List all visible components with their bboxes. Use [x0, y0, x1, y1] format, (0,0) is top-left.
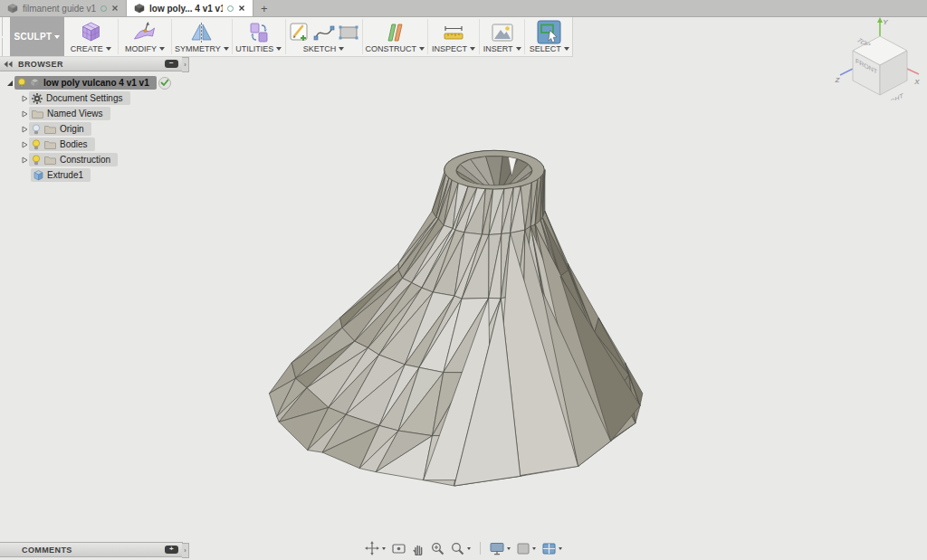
navbar-separator — [480, 542, 481, 555]
tree-row-root[interactable]: low poly vulcano 4 v1 v1 — [0, 75, 194, 90]
rectangle-tool-icon — [338, 22, 359, 43]
collapsed-triangle-icon[interactable] — [20, 157, 29, 164]
tree-row-construction[interactable]: Construction — [0, 152, 194, 167]
orbit-icon — [365, 541, 379, 555]
tree-row-extrude1[interactable]: Extrude1 — [0, 167, 194, 183]
modify-menu[interactable]: MODIFY — [119, 17, 170, 56]
gear-icon — [32, 93, 43, 104]
modeling-canvas[interactable]: TOP FRONT RIGHT Z X Y BROWSER − › — [0, 17, 927, 560]
group-label: SELECT — [530, 44, 561, 53]
group-label: INSPECT — [432, 44, 467, 53]
collapsed-triangle-icon[interactable] — [20, 126, 29, 133]
folder-icon — [32, 109, 43, 119]
folder-icon — [44, 125, 56, 134]
browser-title: BROWSER — [18, 60, 165, 69]
comments-add-icon[interactable]: + — [165, 546, 178, 554]
tree-item-label[interactable]: Origin — [60, 124, 84, 134]
insert-menu[interactable]: INSERT — [481, 17, 523, 56]
comments-title: COMMENTS — [22, 546, 165, 555]
tab-filmanent-guide[interactable]: filmanent guide v1 — [0, 0, 127, 16]
browser-header[interactable]: BROWSER − › — [0, 56, 183, 71]
workspace-switcher[interactable]: SCULPT — [10, 17, 65, 56]
orbit-button[interactable] — [365, 541, 386, 555]
pan-hand-icon — [412, 542, 425, 555]
tree-item-label[interactable]: Bodies — [60, 139, 88, 149]
collapse-panel-icon[interactable] — [4, 61, 13, 68]
select-tool-icon — [537, 20, 561, 44]
display-settings-button[interactable] — [490, 542, 511, 555]
tree-item-label[interactable]: low poly vulcano 4 v1 v1 — [43, 78, 149, 88]
lightbulb-on-icon[interactable] — [32, 139, 41, 150]
create-sketch-icon — [289, 22, 311, 43]
new-tab-button[interactable]: + — [253, 0, 275, 16]
collapsed-triangle-icon[interactable] — [20, 141, 29, 148]
z-axis-label: Z — [835, 76, 841, 84]
pan-button[interactable] — [412, 542, 425, 555]
select-menu[interactable]: SELECT — [526, 17, 572, 56]
comments-header[interactable]: COMMENTS + › — [0, 542, 183, 557]
sculpt-toolbar: SCULPT CREATE MODIFY — [0, 17, 573, 57]
viewports-button[interactable] — [542, 543, 562, 555]
tab-close-icon[interactable] — [238, 5, 245, 12]
group-label: INSERT — [483, 44, 513, 53]
construct-planes-icon — [383, 21, 406, 44]
group-label: SKETCH — [303, 44, 337, 53]
utilities-icon — [247, 21, 271, 44]
tree-item-label[interactable]: Document Settings — [46, 93, 123, 103]
tree-item-label[interactable]: Named Views — [47, 109, 103, 119]
tree-item-label[interactable]: Construction — [60, 155, 110, 165]
grid-settings-button[interactable] — [517, 543, 536, 555]
tree-row-bodies[interactable]: Bodies — [0, 137, 194, 152]
viewports-icon — [542, 543, 556, 555]
browser-minimize-icon[interactable]: − — [165, 60, 178, 68]
browser-panel-handle[interactable]: › — [182, 57, 189, 72]
group-label: UTILITIES — [235, 44, 273, 53]
browser-tree: low poly vulcano 4 v1 v1 Document Settin… — [0, 71, 194, 183]
comments-panel-handle[interactable]: › — [182, 543, 189, 558]
tab-label: filmanent guide v1 — [23, 4, 96, 14]
utilities-menu[interactable]: UTILITIES — [234, 17, 284, 56]
document-cube-icon — [134, 4, 145, 14]
tree-row-origin[interactable]: Origin — [0, 121, 194, 137]
group-label: CREATE — [71, 44, 103, 53]
tab-status-icon — [100, 5, 107, 12]
symmetry-menu[interactable]: SYMMETRY — [173, 17, 231, 56]
zoom-button[interactable] — [431, 542, 444, 555]
look-at-icon — [392, 543, 406, 555]
viewcube-right-label: RIGHT — [884, 91, 903, 100]
group-label: SYMMETRY — [175, 44, 221, 53]
collapsed-triangle-icon[interactable] — [20, 95, 29, 102]
tab-low-poly[interactable]: low poly... 4 v1 v1 — [127, 0, 253, 16]
modify-surface-icon — [133, 21, 158, 44]
tab-close-icon[interactable] — [111, 5, 119, 12]
inspect-menu[interactable]: INSPECT — [429, 17, 478, 56]
sketch-menu[interactable]: SKETCH — [287, 17, 361, 56]
look-at-button[interactable] — [392, 543, 406, 555]
tree-row-document-settings[interactable]: Document Settings — [0, 90, 194, 106]
toolbar-grip — [0, 17, 5, 56]
measure-icon — [442, 21, 465, 44]
create-menu[interactable]: CREATE — [64, 17, 117, 56]
lightbulb-on-icon[interactable] — [17, 78, 26, 89]
monitor-icon — [490, 542, 504, 555]
z-axis-line — [840, 69, 853, 75]
active-document-check-icon — [158, 77, 171, 90]
zoom-window-button[interactable] — [451, 542, 471, 555]
insert-image-icon — [491, 22, 514, 43]
tree-item-label[interactable]: Extrude1 — [47, 170, 83, 180]
workspace-label: SCULPT — [14, 32, 53, 42]
lightbulb-off-icon[interactable] — [32, 124, 41, 135]
component-cube-icon — [30, 78, 40, 88]
create-cube-icon — [79, 21, 103, 44]
document-tab-bar: filmanent guide v1 low poly... 4 v1 v1 + — [0, 0, 927, 17]
expanded-triangle-icon[interactable] — [5, 80, 14, 87]
folder-icon — [44, 140, 56, 149]
collapsed-triangle-icon[interactable] — [20, 110, 29, 118]
construct-menu[interactable]: CONSTRUCT — [363, 17, 426, 56]
comments-panel: COMMENTS + › — [0, 542, 194, 557]
document-cube-icon — [7, 4, 18, 14]
tree-row-named-views[interactable]: Named Views — [0, 106, 194, 121]
y-axis-label: Y — [883, 18, 888, 26]
view-cube[interactable]: TOP FRONT RIGHT Z X Y — [833, 17, 920, 100]
lightbulb-on-icon[interactable] — [32, 155, 41, 166]
